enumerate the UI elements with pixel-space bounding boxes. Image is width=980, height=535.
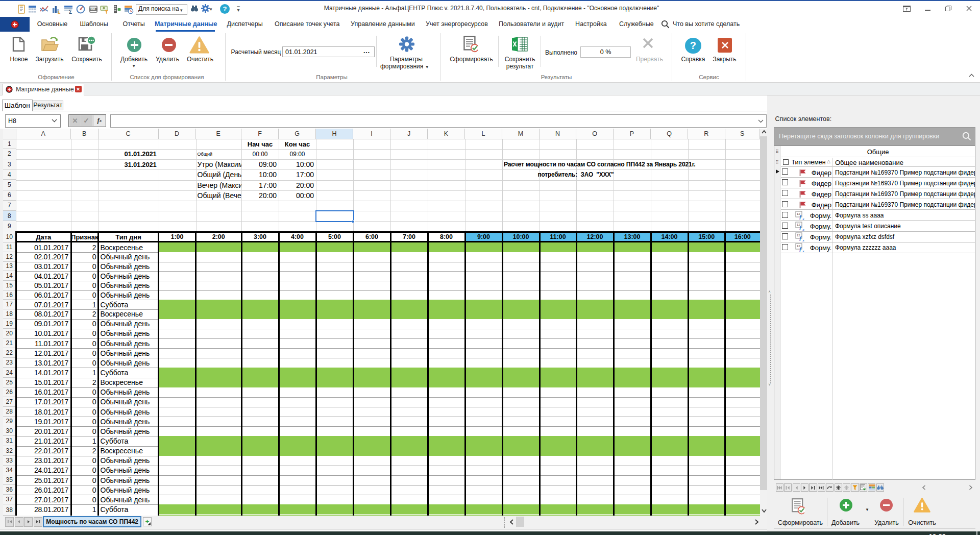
svg-text:Σ: Σ: [58, 10, 61, 14]
svg-text:XML: XML: [90, 8, 96, 11]
svg-text:Σ: Σ: [69, 9, 72, 15]
